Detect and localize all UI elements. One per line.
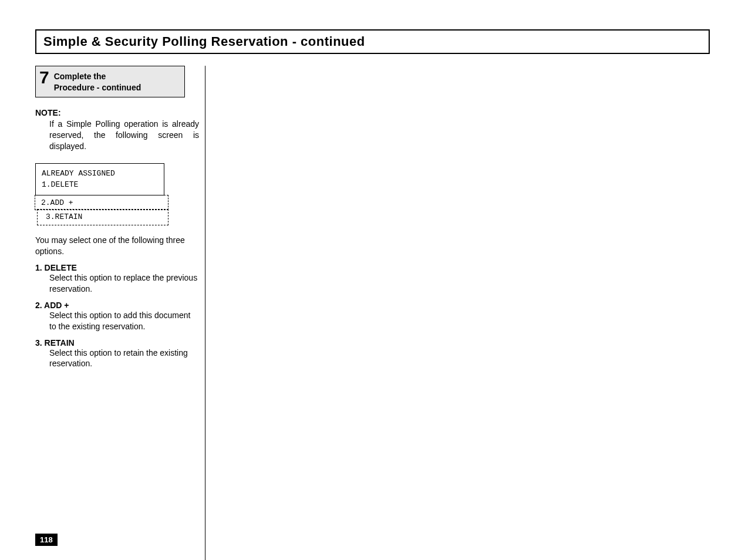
page-content: Simple & Security Polling Reservation - … [0,0,745,560]
lcd-screen-illustration: ALREADY ASSIGNED 1.DELETE 2.ADD + 3.RETA… [35,163,199,225]
left-column: 7 Complete the Procedure - continued NOT… [35,66,205,560]
option-label: 2. ADD + [35,301,199,310]
option-delete: 1. DELETE Select this option to replace … [35,263,199,295]
option-label: 1. DELETE [35,263,199,272]
lcd-line-4: 3.RETAIN [46,212,162,222]
lcd-line-2: 1.DELETE [42,180,158,190]
step-line2: Procedure - continued [54,83,141,92]
note-label: NOTE: [35,108,199,117]
note-block: NOTE: If a Simple Polling operation is a… [35,108,199,152]
step-box: 7 Complete the Procedure - continued [35,66,185,97]
option-retain: 3. RETAIN Select this option to retain t… [35,338,199,370]
section-title: Simple & Security Polling Reservation - … [43,34,702,49]
note-body: If a Simple Polling operation is already… [35,119,199,152]
option-body: Select this option to replace the previo… [35,272,199,295]
lcd-line-1: ALREADY ASSIGNED [42,168,158,179]
options-intro: You may select one of the following thre… [35,235,199,257]
section-title-bar: Simple & Security Polling Reservation - … [35,29,710,54]
step-text: Complete the Procedure - continued [54,69,141,93]
step-number: 7 [39,69,49,86]
page-number: 118 [35,534,58,546]
option-body: Select this option to add this document … [35,310,199,332]
step-line1: Complete the [54,72,106,81]
lcd-screen-sub2: 3.RETAIN [37,209,168,225]
option-add: 2. ADD + Select this option to add this … [35,301,199,332]
lcd-line-3: 2.ADD + [41,198,162,208]
lcd-screen-main: ALREADY ASSIGNED 1.DELETE [35,163,164,195]
option-body: Select this option to retain the existin… [35,348,199,370]
lcd-screen-sub1: 2.ADD + [35,195,168,210]
option-label: 3. RETAIN [35,338,199,348]
